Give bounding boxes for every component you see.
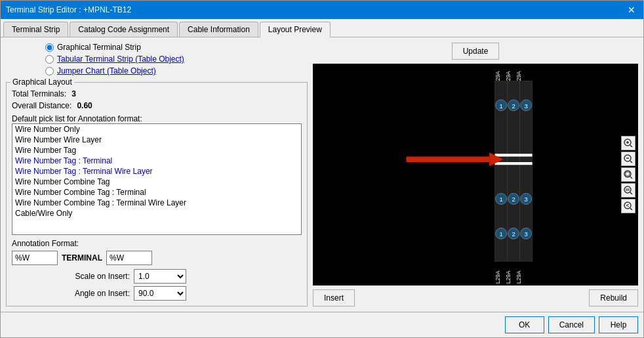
rebuild-button[interactable]: Rebuild: [589, 289, 638, 306]
title-bar: Terminal Strip Editor : +MPNL-TB12 ✕: [1, 1, 643, 19]
preview-area: L29A L29A L29A L29A L29A L29A: [313, 64, 638, 285]
overall-distance-value: 0.60: [77, 101, 92, 110]
radio-graphical[interactable]: Graphical Terminal Strip: [45, 43, 308, 52]
radio-tabular[interactable]: Tabular Terminal Strip (Table Object): [45, 54, 308, 64]
annotation-format-row: TERMINAL: [12, 251, 302, 265]
overall-distance-row: Overall Distance: 0.60: [12, 101, 302, 110]
list-item-wire-layer[interactable]: Wire Number Wire Layer: [12, 135, 301, 145]
insert-button[interactable]: Insert: [313, 289, 355, 306]
bottom-preview-row: Insert Rebuild: [313, 289, 638, 306]
radio-graphical-label: Graphical Terminal Strip: [57, 43, 141, 52]
tab-cable-info[interactable]: Cable Information: [179, 22, 258, 37]
ok-button[interactable]: OK: [505, 316, 544, 333]
zoom-window-icon: [624, 186, 633, 195]
annotation-format-section: Annotation Format: TERMINAL: [12, 239, 302, 265]
tab-terminal-strip[interactable]: Terminal Strip: [3, 22, 68, 37]
zoom-in-icon: [624, 138, 633, 148]
zoom-controls: [621, 136, 635, 213]
svg-rect-40: [626, 172, 630, 176]
list-item-cable-wire-only[interactable]: Cable/Wire Only: [12, 208, 301, 219]
list-item-wire-number-only[interactable]: Wire Number Only: [12, 124, 301, 135]
scale-label: Scale on Insert:: [64, 272, 130, 281]
zoom-in-button[interactable]: [621, 136, 635, 150]
zoom-out-icon: [624, 154, 633, 163]
svg-line-37: [630, 161, 632, 163]
total-terminals-row: Total Terminals: 3: [12, 89, 302, 98]
zoom-fit-button[interactable]: [621, 167, 635, 182]
svg-line-39: [630, 177, 632, 179]
svg-text:3: 3: [524, 102, 527, 110]
zoom-previous-icon: [624, 201, 633, 211]
svg-line-34: [630, 145, 632, 147]
radio-jumper-label: Jumper Chart (Table Object): [57, 66, 156, 75]
annotation-left-input[interactable]: [12, 251, 58, 265]
list-item-combine-tag[interactable]: Wire Number Combine Tag: [12, 177, 301, 187]
svg-text:2: 2: [512, 230, 515, 238]
right-panel: Update L29A L29A L29A L29A L29A L29A: [313, 43, 638, 306]
scale-select[interactable]: 1.0 0.5 2.0: [134, 269, 186, 284]
total-terminals-value: 3: [71, 89, 76, 98]
footer: OK Cancel Help: [1, 312, 643, 337]
svg-point-41: [624, 186, 631, 193]
list-item-combine-tag-terminal-layer[interactable]: Wire Number Combine Tag : Terminal Wire …: [12, 198, 301, 208]
svg-text:2: 2: [512, 196, 515, 203]
svg-text:3: 3: [524, 230, 527, 238]
zoom-window-button[interactable]: [621, 183, 635, 198]
default-pick-label: Default pick list for Annotation format:: [12, 114, 302, 123]
annotation-listbox[interactable]: Wire Number Only Wire Number Wire Layer …: [12, 123, 302, 235]
total-terminals-label: Total Terminals:: [12, 89, 66, 98]
left-panel: Graphical Terminal Strip Tabular Termina…: [6, 43, 308, 306]
display-mode-radio-group: Graphical Terminal Strip Tabular Termina…: [6, 43, 308, 75]
help-button[interactable]: Help: [599, 316, 638, 333]
svg-text:L29A: L29A: [505, 270, 512, 284]
terminal-strip-svg: L29A L29A L29A L29A L29A L29A: [313, 64, 638, 285]
list-item-wire-tag-terminal[interactable]: Wire Number Tag : Terminal: [12, 156, 301, 166]
svg-line-42: [630, 192, 632, 194]
zoom-out-button[interactable]: [621, 152, 635, 166]
update-btn-row: Update: [313, 43, 638, 60]
annotation-terminal-label: TERMINAL: [62, 253, 102, 263]
tab-catalog-code[interactable]: Catalog Code Assignment: [70, 22, 178, 37]
svg-text:1: 1: [499, 230, 502, 238]
list-item-wire-tag[interactable]: Wire Number Tag: [12, 145, 301, 156]
svg-rect-15: [495, 154, 533, 156]
window-title: Terminal Strip Editor : +MPNL-TB12: [6, 5, 131, 14]
angle-select[interactable]: 90.0 0.0 180.0 270.0: [134, 286, 186, 301]
svg-text:L29A: L29A: [515, 270, 522, 284]
angle-label: Angle on Insert:: [64, 289, 130, 298]
annotation-format-label: Annotation Format:: [12, 239, 79, 248]
graphical-layout-title: Graphical Layout: [10, 77, 74, 87]
radio-tabular-label: Tabular Terminal Strip (Table Object): [57, 54, 184, 64]
svg-rect-16: [495, 162, 533, 165]
scale-row: Scale on Insert: 1.0 0.5 2.0: [12, 269, 302, 284]
angle-row: Angle on Insert: 90.0 0.0 180.0 270.0: [12, 286, 302, 301]
svg-text:3: 3: [524, 196, 527, 203]
svg-point-45: [624, 202, 631, 209]
cancel-button[interactable]: Cancel: [548, 316, 595, 333]
annotation-right-input[interactable]: [106, 251, 152, 265]
close-button[interactable]: ✕: [625, 5, 638, 15]
list-item-combine-tag-terminal[interactable]: Wire Number Combine Tag : Terminal: [12, 187, 301, 198]
svg-text:L29A: L29A: [494, 270, 501, 284]
main-content: Graphical Terminal Strip Tabular Termina…: [1, 37, 643, 312]
scale-angle-section: Scale on Insert: 1.0 0.5 2.0 Angle on In…: [12, 269, 302, 301]
zoom-previous-button[interactable]: [621, 199, 635, 213]
radio-jumper[interactable]: Jumper Chart (Table Object): [45, 66, 308, 75]
overall-distance-label: Overall Distance:: [12, 101, 71, 110]
svg-line-46: [630, 208, 632, 210]
svg-text:1: 1: [499, 102, 502, 110]
main-window: Terminal Strip Editor : +MPNL-TB12 ✕ Ter…: [0, 0, 644, 338]
tab-layout-preview[interactable]: Layout Preview: [260, 22, 331, 37]
list-item-wire-tag-terminal-layer[interactable]: Wire Number Tag : Terminal Wire Layer: [12, 166, 301, 177]
svg-text:2: 2: [512, 102, 515, 110]
tab-bar: Terminal Strip Catalog Code Assignment C…: [1, 19, 643, 37]
zoom-fit-icon: [624, 170, 633, 179]
update-button[interactable]: Update: [452, 43, 500, 60]
svg-text:1: 1: [499, 196, 502, 203]
